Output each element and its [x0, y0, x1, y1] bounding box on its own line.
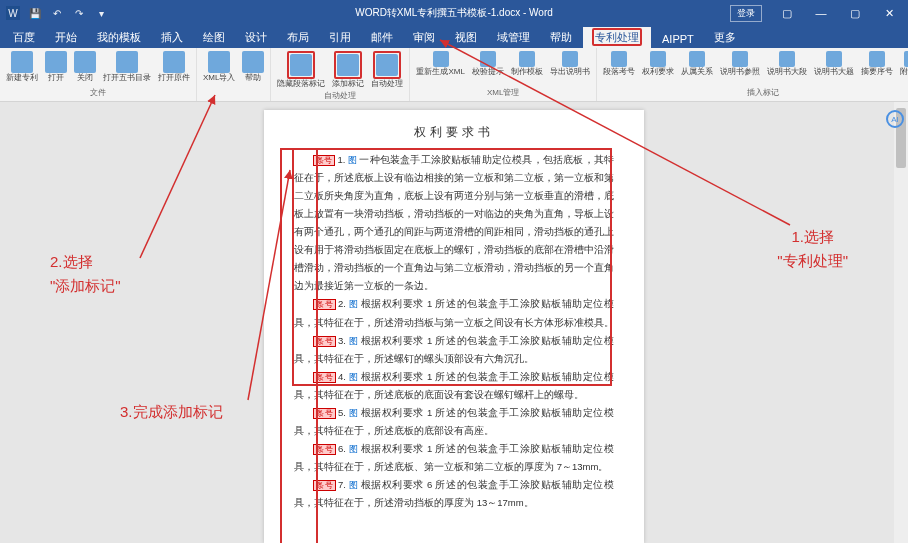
- ribbon-item-新建专利[interactable]: 新建专利: [4, 50, 40, 84]
- tab-开始[interactable]: 开始: [46, 27, 86, 48]
- ribbon-item-添加标记[interactable]: 添加标记: [330, 50, 366, 90]
- ribbon-group-1: XML导入帮助: [197, 48, 271, 101]
- tab-绘图[interactable]: 绘图: [194, 27, 234, 48]
- ribbon-item-摘要序号[interactable]: 摘要序号: [859, 50, 895, 78]
- ribbon-icon: [904, 51, 908, 67]
- ribbon-label: XML导入: [203, 74, 235, 83]
- ribbon-item-关闭[interactable]: 关闭: [72, 50, 98, 84]
- ribbon-item-段落考号[interactable]: 段落考号: [601, 50, 637, 78]
- tab-帮助[interactable]: 帮助: [541, 27, 581, 48]
- ribbon-icon: [433, 51, 449, 67]
- ribbon-group-label: 插入标记: [747, 87, 779, 99]
- ribbon-label: 隐藏段落标记: [277, 80, 325, 89]
- ribbon-item-权利要求[interactable]: 权利要求: [640, 50, 676, 78]
- ribbon-item-打开五书目录[interactable]: 打开五书目录: [101, 50, 153, 84]
- tab-域管理[interactable]: 域管理: [488, 27, 539, 48]
- tab-引用[interactable]: 引用: [320, 27, 360, 48]
- tab-设计[interactable]: 设计: [236, 27, 276, 48]
- ribbon-group-插入标记: 段落考号权利要求从属关系说明书参照说明书大段说明书大题摘要序号附图库插入标记: [597, 48, 908, 101]
- ribbon-group-自动处理: 隐藏段落标记添加标记自动处理自动处理: [271, 48, 410, 101]
- save-icon[interactable]: 💾: [28, 6, 42, 20]
- ribbon-label: 新建专利: [6, 74, 38, 83]
- tab-专利处理[interactable]: 专利处理: [583, 27, 651, 48]
- ribbon-item-重新生成XML[interactable]: 重新生成XML: [414, 50, 466, 78]
- tab-插入[interactable]: 插入: [152, 27, 192, 48]
- ribbon-item-打开原件[interactable]: 打开原件: [156, 50, 192, 84]
- tab-布局[interactable]: 布局: [278, 27, 318, 48]
- ribbon-group-文件: 新建专利打开关闭打开五书目录打开原件文件: [0, 48, 197, 101]
- ribbon-item-制作模板[interactable]: 制作模板: [509, 50, 545, 78]
- ribbon-group-XML管理: 重新生成XML校验提示制作模板导出说明书XML管理: [410, 48, 596, 101]
- ribbon: 新建专利打开关闭打开五书目录打开原件文件XML导入帮助隐藏段落标记添加标记自动处…: [0, 48, 908, 102]
- ribbon-label: 说明书参照: [720, 68, 760, 77]
- word-icon: W: [6, 6, 20, 20]
- login-button[interactable]: 登录: [730, 5, 762, 22]
- ribbon-label: 校验提示: [472, 68, 504, 77]
- ribbon-icon: [869, 51, 885, 67]
- undo-icon[interactable]: ↶: [50, 6, 64, 20]
- ribbon-label: 说明书大段: [767, 68, 807, 77]
- tag-ref: 图: [349, 408, 359, 418]
- ribbon-label: 权利要求: [642, 68, 674, 77]
- ribbon-label: 制作模板: [511, 68, 543, 77]
- page: 权利要求书 条号1. 图一种包装盒手工涂胶贴板辅助定位模具，包括底板，其特征在于…: [264, 110, 644, 543]
- ribbon-item-打开[interactable]: 打开: [43, 50, 69, 84]
- ribbon-item-校验提示[interactable]: 校验提示: [470, 50, 506, 78]
- para-number: 3.: [338, 335, 349, 346]
- tab-我的模板[interactable]: 我的模板: [88, 27, 150, 48]
- minimize-icon[interactable]: —: [806, 3, 836, 23]
- para-number: 2.: [338, 298, 349, 309]
- ribbon-label: 重新生成XML: [416, 68, 464, 77]
- close-icon[interactable]: ✕: [874, 3, 904, 23]
- ribbon-icon: [11, 51, 33, 73]
- qat: W 💾 ↶ ↷ ▾: [0, 6, 108, 20]
- vertical-scrollbar[interactable]: [894, 102, 908, 543]
- tag-ref: 图: [349, 372, 359, 382]
- ribbon-options-icon[interactable]: ▢: [772, 3, 802, 23]
- tag-label: 条号: [313, 336, 336, 347]
- ribbon-item-从属关系[interactable]: 从属关系: [679, 50, 715, 78]
- document-body: 条号1. 图一种包装盒手工涂胶贴板辅助定位模具，包括底板，其特征在于，所述底板上…: [294, 151, 614, 512]
- window-title: WORD转XML专利撰五书模板-1.docx - Word: [355, 6, 553, 20]
- paragraph: 条号6. 图根据权利要求 1 所述的包装盒手工涂胶贴板辅助定位模具，其特征在于，…: [294, 440, 614, 476]
- maximize-icon[interactable]: ▢: [840, 3, 870, 23]
- ribbon-item-XML导入[interactable]: XML导入: [201, 50, 237, 84]
- ribbon-icon: [650, 51, 666, 67]
- ribbon-label: 导出说明书: [550, 68, 590, 77]
- tag-label: 条号: [313, 444, 336, 455]
- tab-视图[interactable]: 视图: [446, 27, 486, 48]
- paragraph: 条号1. 图一种包装盒手工涂胶贴板辅助定位模具，包括底板，其特征在于，所述底板上…: [294, 151, 614, 295]
- tab-审阅[interactable]: 审阅: [404, 27, 444, 48]
- ribbon-item-隐藏段落标记[interactable]: 隐藏段落标记: [275, 50, 327, 90]
- ribbon-icon: [163, 51, 185, 73]
- ribbon-item-帮助[interactable]: 帮助: [240, 50, 266, 84]
- ribbon-icon: [562, 51, 578, 67]
- tab-邮件[interactable]: 邮件: [362, 27, 402, 48]
- para-text: 一种包装盒手工涂胶贴板辅助定位模具，包括底板，其特征在于，所述底板上设有临边相接…: [294, 154, 614, 291]
- ribbon-item-说明书大段[interactable]: 说明书大段: [765, 50, 809, 78]
- ribbon-item-附图库[interactable]: 附图库: [898, 50, 908, 78]
- ribbon-tabs: 百度开始我的模板插入绘图设计布局引用邮件审阅视图域管理帮助专利处理AIPPT更多: [0, 26, 908, 48]
- ribbon-icon: [116, 51, 138, 73]
- svg-text:W: W: [8, 8, 18, 19]
- tag-label: 条号: [313, 372, 336, 383]
- ribbon-icon: [208, 51, 230, 73]
- ribbon-item-说明书大题[interactable]: 说明书大题: [812, 50, 856, 78]
- ribbon-item-导出说明书[interactable]: 导出说明书: [548, 50, 592, 78]
- para-number: 5.: [338, 407, 349, 418]
- para-number: 7.: [338, 479, 349, 490]
- ribbon-label: 关闭: [77, 74, 93, 83]
- qat-more-icon[interactable]: ▾: [94, 6, 108, 20]
- tab-更多[interactable]: 更多: [705, 27, 745, 48]
- ai-badge-icon[interactable]: AI: [886, 110, 904, 128]
- ribbon-item-自动处理[interactable]: 自动处理: [369, 50, 405, 90]
- redo-icon[interactable]: ↷: [72, 6, 86, 20]
- paragraph: 条号3. 图根据权利要求 1 所述的包装盒手工涂胶贴板辅助定位模具，其特征在于，…: [294, 332, 614, 368]
- ribbon-group-label: XML管理: [487, 87, 519, 99]
- ribbon-icon: [826, 51, 842, 67]
- tab-AIPPT[interactable]: AIPPT: [653, 30, 703, 48]
- tab-百度[interactable]: 百度: [4, 27, 44, 48]
- ribbon-label: 说明书大题: [814, 68, 854, 77]
- ribbon-icon: [611, 51, 627, 67]
- ribbon-item-说明书参照[interactable]: 说明书参照: [718, 50, 762, 78]
